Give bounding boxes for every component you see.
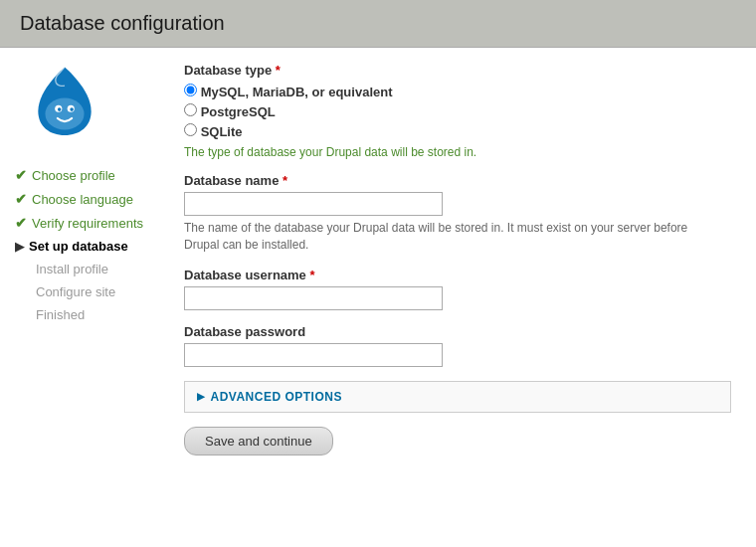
- sidebar: ✔ Choose profile ✔ Choose language ✔ Ver…: [0, 48, 174, 543]
- db-name-input[interactable]: [184, 192, 443, 216]
- sidebar-item-install-profile: Install profile: [15, 258, 164, 280]
- db-type-radio-group: MySQL, MariaDB, or equivalent PostgreSQL…: [184, 84, 736, 139]
- db-password-label: Database password: [184, 324, 736, 339]
- db-name-label: Database name *: [184, 173, 736, 188]
- sidebar-item-choose-language[interactable]: ✔ Choose language: [15, 187, 164, 211]
- db-name-description: The name of the database your Drupal dat…: [184, 220, 721, 254]
- db-name-section: Database name * The name of the database…: [184, 173, 736, 254]
- sidebar-item-choose-profile[interactable]: ✔ Choose profile: [15, 163, 164, 187]
- choose-profile-link[interactable]: Choose profile: [32, 168, 115, 183]
- logo-area: [15, 63, 164, 145]
- svg-point-3: [58, 107, 62, 111]
- db-username-input[interactable]: [184, 286, 443, 310]
- db-password-section: Database password: [184, 324, 736, 367]
- sidebar-item-finished: Finished: [15, 303, 164, 326]
- svg-point-4: [70, 107, 74, 111]
- db-username-section: Database username *: [184, 268, 736, 310]
- sidebar-item-set-up-database: ▶ Set up database: [15, 235, 164, 258]
- postgresql-radio[interactable]: [184, 103, 197, 116]
- db-password-input[interactable]: [184, 343, 443, 367]
- mysql-option[interactable]: MySQL, MariaDB, or equivalent: [184, 84, 736, 99]
- checkmark-icon: ✔: [15, 215, 27, 231]
- verify-requirements-link[interactable]: Verify requirements: [32, 216, 143, 231]
- choose-language-link[interactable]: Choose language: [32, 192, 133, 207]
- svg-point-0: [45, 98, 84, 130]
- sidebar-item-configure-site: Configure site: [15, 280, 164, 303]
- save-continue-button[interactable]: Save and continue: [184, 427, 333, 456]
- required-star: *: [283, 173, 287, 188]
- required-star: *: [276, 63, 281, 78]
- required-star: *: [309, 268, 314, 282]
- sqlite-radio[interactable]: [184, 123, 197, 136]
- save-button-area: Save and continue: [184, 427, 736, 456]
- advanced-options-label: ▶ ADVANCED OPTIONS: [197, 390, 718, 404]
- nav-list: ✔ Choose profile ✔ Choose language ✔ Ver…: [15, 163, 164, 326]
- advanced-options-section[interactable]: ▶ ADVANCED OPTIONS: [184, 381, 731, 413]
- mysql-radio[interactable]: [184, 84, 197, 96]
- postgresql-option[interactable]: PostgreSQL: [184, 103, 736, 119]
- checkmark-icon: ✔: [15, 167, 27, 183]
- checkmark-icon: ✔: [15, 191, 27, 207]
- arrow-icon: ▶: [15, 240, 24, 254]
- db-type-section: Database type * MySQL, MariaDB, or equiv…: [184, 63, 736, 159]
- page-header: Database configuration: [0, 0, 756, 48]
- db-username-label: Database username *: [184, 268, 736, 282]
- sqlite-option[interactable]: SQLite: [184, 123, 736, 139]
- db-type-hint: The type of database your Drupal data wi…: [184, 145, 736, 159]
- main-content: Database type * MySQL, MariaDB, or equiv…: [174, 48, 756, 543]
- triangle-icon: ▶: [197, 391, 206, 402]
- db-type-label: Database type *: [184, 63, 736, 78]
- drupal-logo: [25, 63, 104, 142]
- sidebar-item-verify-requirements[interactable]: ✔ Verify requirements: [15, 211, 164, 235]
- page-title: Database configuration: [20, 12, 736, 35]
